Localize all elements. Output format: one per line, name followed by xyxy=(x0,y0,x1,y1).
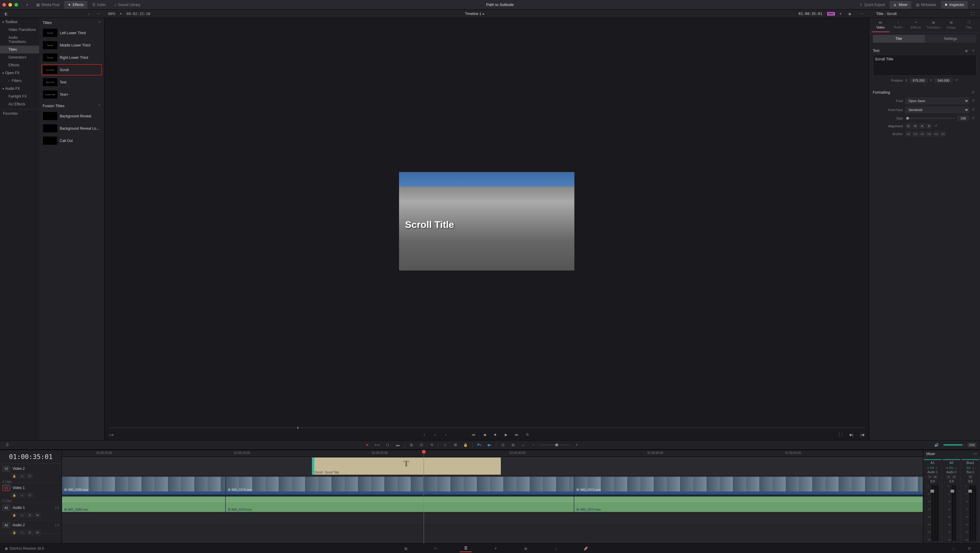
reset-font[interactable]: ↺ xyxy=(972,99,977,103)
inspector-expand[interactable]: ⛶ xyxy=(969,10,977,17)
selection-tool[interactable]: ➤ xyxy=(364,441,371,448)
mixer-channel-bus1[interactable]: Bus1 EQ .ııl Bus 1 M 0.0 0-5-10-15-20-30… xyxy=(961,458,980,543)
title-item-text-plus[interactable]: Custom Title Text+ xyxy=(41,89,102,100)
position-x-input[interactable] xyxy=(910,78,928,83)
overwrite-tool[interactable]: ⊡ xyxy=(418,441,425,448)
fader[interactable] xyxy=(932,485,934,541)
viewer-scrubber[interactable] xyxy=(105,426,869,429)
anchor-1[interactable]: ▭ xyxy=(905,131,911,137)
inspector-tab-transition[interactable]: ▣Transition xyxy=(924,18,942,32)
tree-fairlight-fx[interactable]: Fairlight FX xyxy=(0,92,39,100)
openfx-header[interactable]: ▾Open FX xyxy=(0,69,39,77)
inspector-tab-image[interactable]: ▦Image xyxy=(942,18,960,32)
auto-select[interactable]: ◇ xyxy=(19,474,25,479)
dropdown-right[interactable]: ▾ xyxy=(969,1,978,9)
proxy-dropdown[interactable]: ▾ xyxy=(840,12,841,15)
timecode-left[interactable]: 00:02:15:18 xyxy=(126,12,150,16)
insert-tool[interactable]: ⊞ xyxy=(408,441,415,448)
marker-tool[interactable]: ◆▾ xyxy=(486,441,493,448)
disable-track[interactable]: ☐ xyxy=(26,493,33,498)
fusion-titles-header[interactable]: Fusion Titles⌃ xyxy=(41,101,102,110)
blade-tool[interactable]: ▬ xyxy=(394,441,401,448)
auto-select[interactable]: ◇ xyxy=(19,493,25,498)
zoom-full[interactable]: ⊡ xyxy=(499,441,506,448)
media-pool-button[interactable]: ▦Media Pool xyxy=(33,1,63,9)
inspector-tab-file[interactable]: ❒File xyxy=(960,18,978,32)
timecode-right[interactable]: 01:00:35:01 xyxy=(799,12,822,16)
size-input[interactable] xyxy=(957,116,969,121)
anchor-5[interactable]: ▭ xyxy=(933,131,939,137)
track-header-v1[interactable]: V1 Video 1 🔓 ◇ ☐ 5 Clips xyxy=(0,483,62,503)
lock-tool[interactable]: 🔒 xyxy=(462,441,469,448)
mixer-channel-a2[interactable]: A2 fx EQ .ııl Audio 2 SM 0.0 0-5-10-15-2… xyxy=(942,458,961,543)
lock-icon[interactable]: 🔓 xyxy=(11,512,18,518)
reset-fontface[interactable]: ↺ xyxy=(972,108,977,112)
title-text-input[interactable] xyxy=(873,55,977,76)
title-item-call-out[interactable]: Call Out xyxy=(41,135,102,146)
track-header-a2[interactable]: A2 Audio 2 1.0 🔓 ◇ S M xyxy=(0,520,62,534)
align-justify[interactable]: ≡ xyxy=(926,123,932,129)
track-lane-v1[interactable]: ⌘ IMG_0386.mov ⌘ IMG_0374.mov ⌘ IMG_0373… xyxy=(62,476,923,496)
quick-export-button[interactable]: ⇪Quick Export xyxy=(856,1,889,9)
audio-clip[interactable]: ⌘ IMG_0374.mov xyxy=(226,496,574,512)
track-lane-v2[interactable]: T Scroll - Scroll Title xyxy=(62,457,923,476)
track-header-a1[interactable]: A1 Audio 1 2.0 🔓 ◇ S M xyxy=(0,503,62,520)
stop-button[interactable]: ■ xyxy=(492,432,498,438)
dim-button[interactable]: DIM xyxy=(967,443,977,447)
search-icon[interactable]: ⌕ xyxy=(85,10,92,17)
dropdown-menu[interactable]: ▾ xyxy=(23,1,32,8)
zoom-slider[interactable] xyxy=(540,445,570,445)
track-badge-a1[interactable]: A1 xyxy=(2,505,10,511)
mute[interactable]: M xyxy=(952,475,956,479)
lock-icon[interactable]: 🔓 xyxy=(11,530,18,535)
options-icon[interactable]: ⋯ xyxy=(95,10,102,17)
mixer-options[interactable]: ⋯ xyxy=(974,452,977,456)
video-clip[interactable]: ⌘ IMG_0374.mov xyxy=(226,477,424,495)
close-window[interactable] xyxy=(2,3,6,6)
audiofx-header[interactable]: ▾Audio FX xyxy=(0,85,39,92)
sound-library-button[interactable]: ♪Sound Library xyxy=(111,1,144,9)
jump-start[interactable]: ⏮ xyxy=(471,432,476,438)
prev-marker[interactable]: ‹ xyxy=(421,432,427,438)
tree-generators[interactable]: Generators xyxy=(0,54,39,61)
viewer[interactable]: Scroll Title xyxy=(105,18,869,424)
zoom-detail[interactable]: ⊞ xyxy=(509,441,517,448)
dynamic-trim[interactable]: ⟨⟩ xyxy=(384,441,391,448)
solo[interactable]: S xyxy=(928,475,932,479)
minimize-window[interactable] xyxy=(8,3,12,6)
play-button[interactable]: ▶ xyxy=(503,432,509,438)
fader[interactable] xyxy=(952,485,954,541)
font-select[interactable]: Open Sans xyxy=(905,98,969,104)
timeline-name[interactable]: Timeline 1 ▾ xyxy=(155,12,794,16)
title-item-middle-lower-third[interactable]: Sample Middle Lower Third xyxy=(41,40,102,51)
mute[interactable]: M xyxy=(968,475,973,479)
mixer-button[interactable]: ⫼Mixer xyxy=(889,1,911,9)
lock-icon[interactable]: 🔓 xyxy=(11,493,18,498)
zoom-out[interactable]: − xyxy=(530,441,537,448)
page-fusion[interactable]: ✦ xyxy=(490,545,502,552)
zoom-dropdown[interactable]: ▾ xyxy=(120,12,122,15)
toolbox-header[interactable]: ▾Toolbox xyxy=(0,18,39,26)
audio-clip[interactable]: ⌘ IMG_0386.mov xyxy=(62,496,226,512)
timeline-timecode[interactable]: 01:00:35:01 xyxy=(0,450,62,464)
crop-tool[interactable]: ▭ ▾ xyxy=(108,432,114,438)
snap-tool[interactable]: ⊂ xyxy=(442,441,449,448)
zoom-in[interactable]: + xyxy=(573,441,581,448)
reset-align[interactable]: ↺ xyxy=(934,124,939,129)
title-item-scroll[interactable]: Scroll title Scroll xyxy=(41,64,102,75)
home-button[interactable]: ⌂ xyxy=(948,545,959,552)
page-media[interactable]: ▦ xyxy=(399,545,412,552)
auto-select[interactable]: ◇ xyxy=(19,530,25,535)
flag-tool[interactable]: ⚑▾ xyxy=(476,441,483,448)
reset-position[interactable]: ↺ xyxy=(955,78,959,83)
tree-titles[interactable]: Titles xyxy=(0,46,39,54)
disable-track[interactable]: ☐ xyxy=(26,474,33,479)
title-item-left-lower-third[interactable]: Sample Left Lower Third xyxy=(41,27,102,38)
inspector-tab-video[interactable]: ▭Video xyxy=(872,18,889,32)
tree-au-effects[interactable]: AU Effects xyxy=(0,100,39,108)
mixer-channel-a1[interactable]: A1 fx EQ .ııl Audio 1 SM 0.0 0-5-10-15-2… xyxy=(923,458,942,543)
solo[interactable]: S xyxy=(947,475,951,479)
title-clip[interactable]: T Scroll - Scroll Title xyxy=(312,457,501,475)
track-badge-a2[interactable]: A2 xyxy=(2,522,10,528)
solo-button[interactable]: S xyxy=(26,530,33,535)
